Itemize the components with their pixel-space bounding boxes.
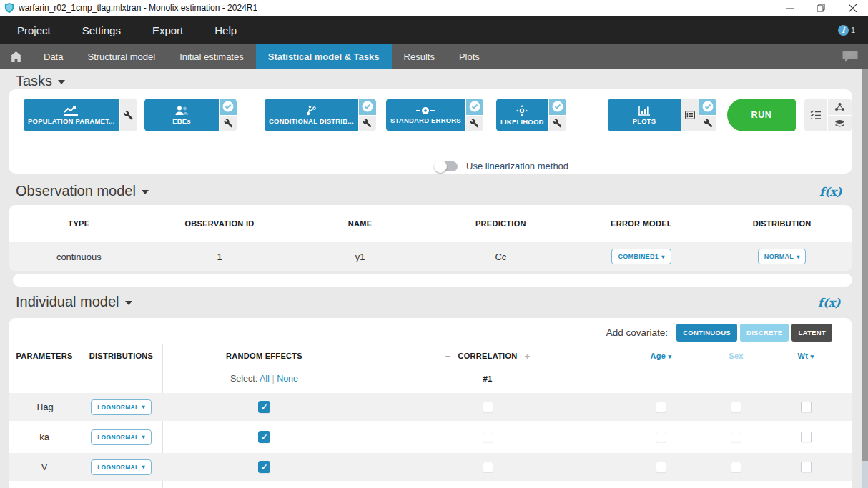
- notifications[interactable]: i 1: [838, 25, 855, 36]
- check-circle-icon: [362, 101, 373, 112]
- likelihood-settings-button[interactable]: [549, 116, 566, 132]
- maximize-button[interactable]: [805, 0, 837, 16]
- conditional-distribution-button[interactable]: CONDITIONAL DISTRIB...: [265, 99, 358, 131]
- col-observation-id: OBSERVATION ID: [149, 219, 290, 228]
- col-parameters: PARAMETERS: [9, 352, 80, 360]
- covariate-age-header[interactable]: Age ▾: [609, 352, 713, 360]
- menu-help[interactable]: Help: [214, 24, 237, 36]
- window-title: warfarin_r02_1cmp_tlag.mlxtran - Monolix…: [19, 3, 257, 13]
- branch-icon: [305, 105, 317, 116]
- scrollbar-thumb[interactable]: [862, 69, 868, 461]
- distribution-dropdown[interactable]: LOGNORMAL: [91, 429, 152, 445]
- layers-icon: [834, 119, 845, 128]
- standard-errors-settings-button[interactable]: [466, 116, 483, 132]
- random-effect-checkbox[interactable]: [258, 401, 270, 413]
- tab-home[interactable]: [0, 44, 31, 69]
- covariate-sex-header[interactable]: Sex: [713, 352, 759, 360]
- population-parameters-button[interactable]: POPULATION PARAMET...: [24, 99, 119, 131]
- distribution-dropdown[interactable]: LOGNORMAL: [91, 399, 152, 415]
- covariate-sex-checkbox[interactable]: [731, 462, 741, 472]
- individual-function-icon[interactable]: f(x): [818, 296, 841, 309]
- conditional-distribution-checkbox[interactable]: [359, 99, 376, 115]
- col-prediction: PREDICTION: [430, 219, 571, 228]
- close-icon[interactable]: [837, 0, 868, 16]
- obs-id: 1: [149, 252, 290, 262]
- tab-statistical-model-tasks[interactable]: Statistical model & Tasks: [256, 44, 392, 69]
- wrench-icon: [470, 119, 479, 128]
- tab-data[interactable]: Data: [31, 44, 75, 69]
- workflow-button[interactable]: [828, 99, 852, 115]
- network-icon: [834, 102, 845, 111]
- tasks-panel: POPULATION PARAMET... EBEs: [9, 89, 852, 174]
- covariate-wt-checkbox[interactable]: [801, 432, 812, 442]
- covariate-age-checkbox[interactable]: [656, 462, 666, 472]
- select-all-link[interactable]: All: [260, 374, 270, 384]
- correlation-add-button[interactable]: +: [525, 351, 531, 362]
- add-latent-covariate-button[interactable]: LATENT: [791, 324, 832, 342]
- table-row-v: V LOGNORMAL: [9, 453, 852, 481]
- covariate-wt-header[interactable]: Wt ▾: [759, 352, 852, 360]
- random-effect-checkbox[interactable]: [258, 431, 270, 443]
- add-covariate-label: Add covariate:: [606, 327, 668, 338]
- col-correlation: − CORRELATION +: [366, 351, 609, 362]
- obs-prediction: Cc: [430, 252, 571, 262]
- tab-initial-estimates[interactable]: Initial estimates: [167, 44, 256, 69]
- minimize-button[interactable]: [774, 0, 805, 16]
- menu-export[interactable]: Export: [152, 24, 183, 36]
- run-button[interactable]: RUN: [727, 99, 796, 131]
- plots-button[interactable]: PLOTS: [608, 99, 681, 131]
- individual-model-heading[interactable]: Individual model: [16, 294, 132, 310]
- plot-list-icon: [685, 111, 695, 119]
- correlation-remove-button[interactable]: −: [445, 351, 451, 362]
- plots-checkbox[interactable]: [699, 99, 716, 115]
- covariate-age-checkbox[interactable]: [656, 402, 666, 412]
- standard-errors-checkbox[interactable]: [466, 99, 483, 115]
- window-controls: [774, 0, 868, 16]
- plot-list-button[interactable]: [681, 99, 699, 131]
- vertical-scrollbar[interactable]: [862, 69, 868, 488]
- scenario-checklist-button[interactable]: [804, 99, 827, 131]
- conditional-distribution-settings-button[interactable]: [359, 116, 376, 132]
- select-none-link[interactable]: None: [277, 374, 298, 384]
- likelihood-button[interactable]: LIKELIHOOD: [496, 99, 548, 131]
- ebes-button[interactable]: EBEs: [144, 99, 219, 131]
- observation-model-heading[interactable]: Observation model: [16, 183, 149, 199]
- standard-errors-button[interactable]: STANDARD ERRORS: [386, 99, 465, 131]
- menu-settings[interactable]: Settings: [82, 24, 121, 36]
- scrollbar-track: [862, 461, 868, 488]
- tasks-title: Tasks: [16, 73, 52, 89]
- layers-button[interactable]: [828, 116, 852, 132]
- error-model-dropdown[interactable]: COMBINED1: [611, 249, 671, 264]
- observation-model-panel: TYPE OBSERVATION ID NAME PREDICTION ERRO…: [9, 205, 852, 271]
- observation-table-header: TYPE OBSERVATION ID NAME PREDICTION ERRO…: [9, 205, 852, 242]
- covariate-age-checkbox[interactable]: [656, 432, 666, 442]
- covariate-sex-checkbox[interactable]: [731, 432, 741, 442]
- obs-type: continuous: [9, 252, 149, 262]
- distribution-dropdown[interactable]: LOGNORMAL: [91, 459, 152, 475]
- tab-structural-model[interactable]: Structural model: [75, 44, 167, 69]
- add-discrete-covariate-button[interactable]: DISCRETE: [740, 324, 789, 342]
- random-effect-checkbox[interactable]: [258, 461, 270, 473]
- correlation-checkbox[interactable]: [483, 462, 493, 472]
- correlation-checkbox[interactable]: [483, 402, 493, 412]
- plots-settings-button[interactable]: [699, 116, 716, 132]
- correlation-checkbox[interactable]: [483, 432, 493, 442]
- likelihood-checkbox[interactable]: [549, 99, 566, 115]
- covariate-sex-checkbox[interactable]: [731, 402, 741, 412]
- app-icon: [4, 3, 14, 13]
- tasks-section-heading[interactable]: Tasks: [16, 73, 65, 89]
- distribution-dropdown[interactable]: NORMAL: [758, 249, 807, 264]
- home-icon: [10, 51, 22, 62]
- linearization-toggle[interactable]: [435, 161, 458, 171]
- covariate-wt-checkbox[interactable]: [801, 462, 812, 472]
- feedback-button[interactable]: [842, 44, 868, 69]
- ebes-settings-button[interactable]: [220, 116, 237, 132]
- ebes-checkbox[interactable]: [220, 99, 237, 115]
- observation-function-icon[interactable]: f(x): [819, 185, 842, 199]
- covariate-wt-checkbox[interactable]: [801, 402, 812, 412]
- menu-project[interactable]: Project: [17, 24, 51, 36]
- tab-results[interactable]: Results: [392, 44, 447, 69]
- tab-plots[interactable]: Plots: [447, 44, 492, 69]
- add-continuous-covariate-button[interactable]: CONTINUOUS: [676, 324, 737, 342]
- population-parameters-settings-button[interactable]: [120, 99, 137, 131]
